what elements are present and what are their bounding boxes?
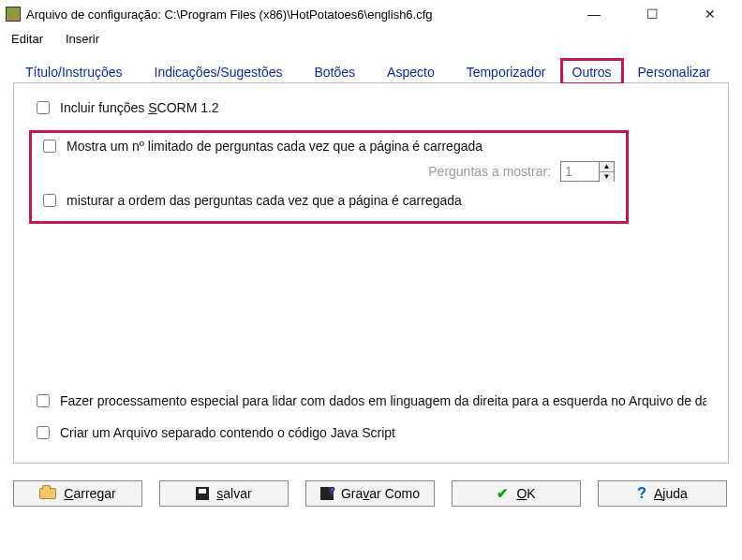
bottom-options: Fazer processamento especial para lidar … <box>33 391 709 446</box>
ok-button[interactable]: ✔ OK <box>452 480 581 507</box>
ok-label: OK <box>516 486 535 501</box>
spinner-buttons: ▲ ▼ <box>599 162 614 181</box>
tab-outros[interactable]: Outros <box>562 60 622 83</box>
salvar-label: salvar <box>216 486 251 501</box>
window-title: Arquivo de configuração: C:\Program File… <box>26 7 573 22</box>
label-limit-questions: Mostra um nº limitado de perguntas cada … <box>67 139 482 154</box>
checkbox-scorm[interactable] <box>37 101 50 114</box>
tab-page-outros: Incluir funções SCORM 1.2 Mostra um nº l… <box>13 83 729 464</box>
checkbox-separate-js[interactable] <box>37 426 50 439</box>
close-button[interactable]: ✕ <box>690 3 731 25</box>
carregar-button[interactable]: Carregar <box>13 480 142 507</box>
check-icon: ✔ <box>497 485 509 502</box>
help-icon: ? <box>637 485 646 502</box>
tab-cgi[interactable]: CGI <box>732 60 742 83</box>
gravar-como-button[interactable]: Gravar Como <box>305 480 435 507</box>
label-scorm: Incluir funções SCORM 1.2 <box>60 100 219 115</box>
label-separate-js: Criar um Arquivo separado contendo o cód… <box>60 425 395 440</box>
gravar-como-label: Gravar Como <box>341 486 420 501</box>
label-rtl: Fazer processamento especial para lidar … <box>60 393 706 408</box>
tab-temporizador[interactable]: Temporizador <box>456 60 556 83</box>
tab-botoes[interactable]: Botões <box>304 60 365 83</box>
app-icon <box>6 7 21 22</box>
checkbox-rtl[interactable] <box>37 394 50 407</box>
minimize-button[interactable]: — <box>573 3 615 25</box>
floppy-disk-save-as-icon <box>320 487 334 500</box>
folder-open-icon <box>39 488 56 499</box>
tab-aspecto[interactable]: Aspecto <box>377 60 445 83</box>
option-shuffle: misturar a ordem das perguntas cada vez … <box>39 191 620 210</box>
label-shuffle: misturar a ordem das perguntas cada vez … <box>67 193 462 208</box>
spinner-perguntas: ▲ ▼ <box>560 161 615 182</box>
carregar-label: Carregar <box>64 486 115 501</box>
menu-editar[interactable]: Editar <box>7 30 47 48</box>
checkbox-limit-questions[interactable] <box>43 140 56 153</box>
floppy-disk-icon <box>196 487 209 500</box>
salvar-button[interactable]: salvar <box>159 480 289 507</box>
menu-inserir[interactable]: Inserir <box>62 30 103 48</box>
button-row: Carregar salvar Gravar Como ✔ OK ? Ajuda <box>13 480 729 507</box>
option-separate-js: Criar um Arquivo separado contendo o cód… <box>33 423 709 442</box>
option-limit-questions: Mostra um nº limitado de perguntas cada … <box>39 137 620 155</box>
input-perguntas[interactable] <box>561 162 599 181</box>
spinner-down[interactable]: ▼ <box>600 172 614 182</box>
tab-titulo-instrucoes[interactable]: Título/Instruções <box>15 60 133 83</box>
tab-personalizar[interactable]: Personalizar <box>628 60 721 83</box>
dialog-body: Título/Instruções Indicações/Sugestões B… <box>0 57 742 520</box>
option-rtl: Fazer processamento especial para lidar … <box>33 391 707 410</box>
label-perguntas-a-mostrar: Perguntas a mostrar: <box>428 164 551 179</box>
tabstrip: Título/Instruções Indicações/Sugestões B… <box>13 57 729 83</box>
checkbox-shuffle[interactable] <box>43 194 56 207</box>
ajuda-label: Ajuda <box>654 486 688 501</box>
row-perguntas-a-mostrar: Perguntas a mostrar: ▲ ▼ <box>39 161 620 182</box>
maximize-button[interactable]: ☐ <box>631 3 673 25</box>
spinner-up[interactable]: ▲ <box>600 162 614 172</box>
titlebar: Arquivo de configuração: C:\Program File… <box>0 0 742 28</box>
ajuda-button[interactable]: ? Ajuda <box>598 480 727 507</box>
option-scorm: Incluir funções SCORM 1.2 <box>33 98 709 117</box>
tab-indicacoes-sugestoes[interactable]: Indicações/Sugestões <box>144 60 293 83</box>
highlight-group: Mostra um nº limitado de perguntas cada … <box>29 130 629 224</box>
menubar: Editar Inserir <box>0 28 742 53</box>
window-controls: — ☐ ✕ <box>573 3 740 25</box>
